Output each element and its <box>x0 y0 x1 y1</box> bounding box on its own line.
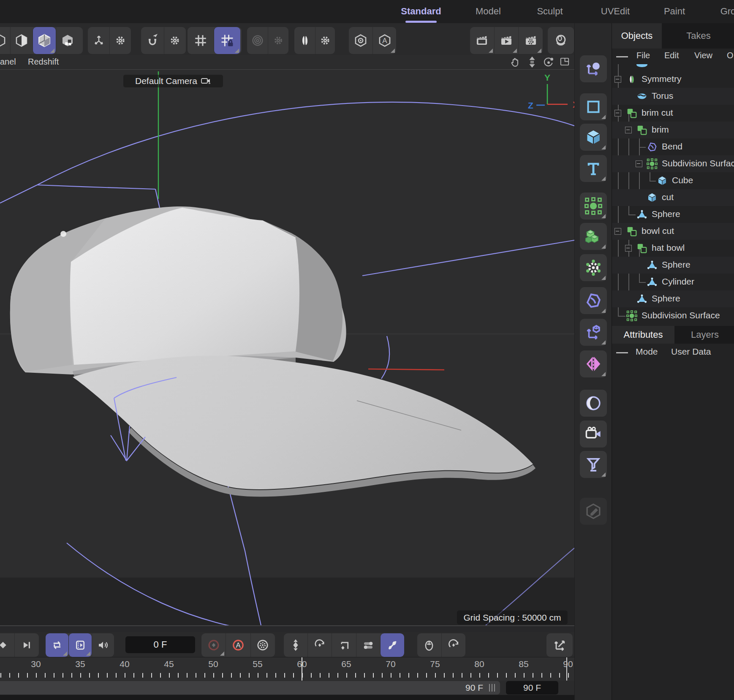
goto-range-icon[interactable] <box>546 633 573 657</box>
expand-toggle-icon[interactable] <box>636 160 642 167</box>
record-keyframe-icon[interactable] <box>201 633 226 657</box>
cube-icon[interactable] <box>657 175 668 186</box>
menu-tab-paint[interactable]: Paint <box>664 6 685 17</box>
poly-icon[interactable] <box>636 209 647 220</box>
mouse-interaction-icon[interactable] <box>417 633 441 657</box>
boole-icon[interactable] <box>626 108 637 119</box>
keyframe-diamond-icon[interactable] <box>0 633 14 657</box>
tree-row-subdivision-surface[interactable]: Subdivision Surface <box>612 307 734 324</box>
tab-layers[interactable]: Layers <box>680 326 730 344</box>
text-tool-button[interactable] <box>580 155 607 182</box>
pin-funnel-button[interactable] <box>580 451 607 478</box>
tab-objects[interactable]: Objects <box>612 23 662 49</box>
end-frame-field[interactable]: 90 F <box>506 681 558 695</box>
annotate-pencil-button[interactable] <box>580 498 607 525</box>
mirror-tool-button[interactable] <box>580 350 607 377</box>
tree-row-subdivision-surface[interactable]: Subdivision Surface <box>612 155 734 172</box>
hexagon-partial-icon[interactable] <box>0 27 10 54</box>
tree-row-brim[interactable]: brim <box>612 122 734 138</box>
orbit-rotate-icon[interactable] <box>543 56 555 68</box>
subdiv-icon[interactable] <box>626 310 637 321</box>
key-position-icon[interactable] <box>284 633 307 657</box>
menu-tab-standard[interactable]: Standard <box>401 6 441 17</box>
expand-toggle-icon[interactable] <box>625 127 632 133</box>
menu-user-data[interactable]: User Data <box>671 347 711 357</box>
symmetry-butterfly-icon[interactable] <box>294 27 315 54</box>
tab-takes[interactable]: Takes <box>675 23 722 49</box>
axis-gizmo[interactable]: Y X Z <box>528 73 574 110</box>
bend-deformer-button[interactable] <box>580 287 607 314</box>
hexagon-half-icon[interactable] <box>10 27 33 54</box>
tree-row-sphere[interactable]: Sphere <box>612 206 734 223</box>
settings-gear-icon[interactable] <box>109 27 131 54</box>
tree-row-sphere[interactable]: Sphere <box>612 290 734 307</box>
timeline-drag-dots[interactable] <box>0 626 574 632</box>
poly-icon[interactable] <box>647 277 658 288</box>
hexagon-multi-icon[interactable] <box>56 27 79 54</box>
render-view-icon[interactable] <box>470 27 494 54</box>
hexagon-shaded-icon[interactable] <box>33 27 56 54</box>
preview-range-slider[interactable]: 90 F <box>0 681 500 695</box>
menu-tab-uvedit[interactable]: UVEdit <box>601 6 630 17</box>
hexagon-eye-icon[interactable] <box>349 27 372 54</box>
current-frame-field[interactable]: 0 F <box>125 636 195 653</box>
play-frame-range-icon[interactable] <box>68 633 92 657</box>
tree-row-symmetry[interactable]: Symmetry <box>612 71 734 88</box>
axis-arrows-icon[interactable] <box>88 27 109 54</box>
poly-icon[interactable] <box>636 293 647 304</box>
autokey-toggle-icon[interactable]: A <box>226 633 250 657</box>
keying-settings-icon[interactable] <box>250 633 275 657</box>
key-off-icon[interactable] <box>380 633 404 657</box>
hexagon-annotate-icon[interactable]: A <box>372 27 396 54</box>
mouse-rotate-icon[interactable] <box>441 633 466 657</box>
key-scale-icon[interactable] <box>332 633 356 657</box>
expand-toggle-icon[interactable] <box>614 110 621 117</box>
maximize-window-icon[interactable] <box>559 56 570 67</box>
axis-modify-button[interactable] <box>580 319 607 346</box>
viewport-3d[interactable]: Y X Z Default Camera Grid Spacing : 5000… <box>0 70 574 625</box>
menu-objects[interactable]: O <box>727 51 734 60</box>
boole-icon[interactable] <box>636 243 647 254</box>
grid-lock-icon[interactable] <box>214 27 240 54</box>
poly-icon[interactable] <box>647 260 658 271</box>
tree-row-brim-cut[interactable]: brim cut <box>612 105 734 122</box>
menu-file[interactable]: File <box>636 51 650 60</box>
shading-sphere-button[interactable] <box>580 390 607 417</box>
settings-gear-icon[interactable] <box>315 27 335 54</box>
grid-quantize-icon[interactable] <box>188 27 214 54</box>
key-parameters-icon[interactable] <box>356 633 380 657</box>
cube-icon[interactable] <box>647 192 658 203</box>
tab-attributes[interactable]: Attributes <box>612 326 674 344</box>
render-settings-icon[interactable] <box>518 27 543 54</box>
subdiv-icon[interactable] <box>647 158 658 169</box>
camera-sphere-icon[interactable] <box>548 27 574 54</box>
expand-toggle-icon[interactable] <box>625 245 632 252</box>
symmetry-icon[interactable] <box>626 74 637 85</box>
goto-end-icon[interactable] <box>14 633 38 657</box>
bend-icon[interactable] <box>647 141 658 152</box>
expand-toggle-icon[interactable] <box>614 76 621 83</box>
menu-view[interactable]: View <box>694 51 712 60</box>
loop-playback-icon[interactable] <box>46 633 68 657</box>
move-tool-button[interactable] <box>580 55 607 82</box>
rectangle-select-button[interactable] <box>580 93 607 120</box>
tree-row-hat-bowl[interactable]: hat bowl <box>612 240 734 257</box>
range-grip-icon[interactable] <box>489 684 496 692</box>
tree-row-sphere[interactable]: Sphere <box>612 257 734 274</box>
boole-icon[interactable] <box>636 125 647 136</box>
tree-row-torus[interactable]: Torus <box>612 88 734 105</box>
modes-cube-button[interactable] <box>580 124 607 151</box>
timeline-ruler[interactable]: 30354045505560657075808590 <box>0 657 574 681</box>
simulation-gear-button[interactable] <box>580 254 607 281</box>
menu-edit[interactable]: Edit <box>664 51 679 60</box>
menu-mode[interactable]: Mode <box>636 347 658 357</box>
target-rings-icon[interactable] <box>247 27 268 54</box>
volume-builder-button[interactable] <box>580 223 607 250</box>
menu-tab-model[interactable]: Model <box>476 6 501 17</box>
dolly-arrows-icon[interactable] <box>526 56 538 68</box>
menu-tab-gro[interactable]: Gro <box>720 6 734 17</box>
camera-tool-button[interactable] <box>580 421 607 448</box>
magnet-snap-icon[interactable] <box>141 27 164 54</box>
camera-label-pill[interactable]: Default Camera <box>123 75 223 87</box>
tree-row-cube[interactable]: Cube <box>612 172 734 189</box>
